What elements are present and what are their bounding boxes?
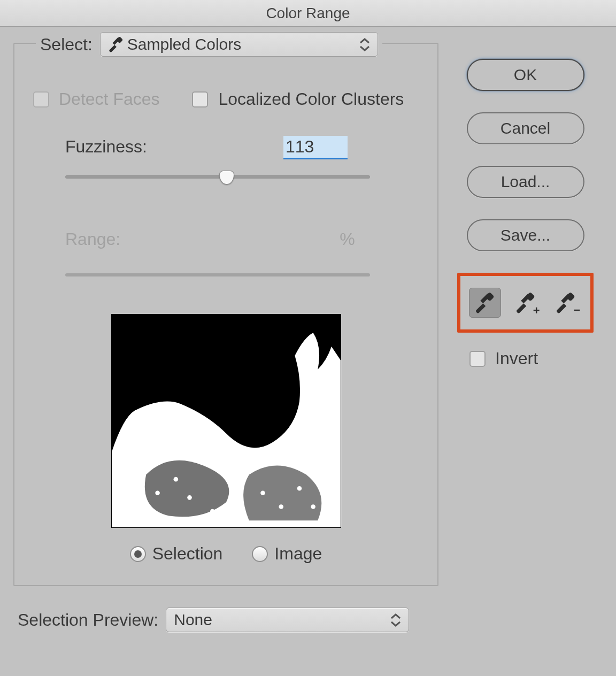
select-label: Select: [40, 35, 93, 55]
localized-checkbox[interactable] [192, 91, 208, 107]
range-label: Range: [65, 229, 120, 249]
svg-point-4 [187, 495, 192, 500]
select-dropdown[interactable]: Sampled Colors [100, 32, 378, 57]
chevrons-icon [359, 38, 370, 52]
eyedropper-icon [108, 36, 124, 52]
range-slider [65, 273, 370, 276]
svg-point-6 [260, 491, 265, 496]
svg-point-5 [210, 509, 215, 514]
svg-point-3 [173, 477, 178, 482]
minus-badge: – [574, 303, 580, 317]
ok-button[interactable]: OK [467, 59, 584, 91]
eyedropper-toolbar: + – [457, 273, 594, 333]
detect-faces-checkbox [33, 91, 49, 107]
dialog-title: Color Range [0, 0, 616, 27]
image-radio[interactable] [252, 546, 268, 562]
cancel-button[interactable]: Cancel [467, 112, 584, 144]
fuzziness-label: Fuzziness: [65, 137, 147, 157]
select-row: Select: Sampled Colors [36, 32, 382, 57]
preview-mode-radios: Selection Image [33, 544, 419, 564]
invert-label: Invert [495, 349, 538, 368]
selection-radio[interactable] [130, 546, 146, 562]
svg-point-8 [297, 486, 302, 491]
selection-preview-image [111, 314, 341, 528]
eyedropper-subtract-tool[interactable]: – [550, 288, 582, 318]
range-unit: % [340, 229, 355, 249]
slider-thumb[interactable] [219, 171, 234, 185]
select-value: Sampled Colors [127, 35, 241, 53]
fuzziness-input[interactable] [283, 136, 348, 159]
selection-preview-value: None [174, 611, 212, 629]
invert-checkbox[interactable] [469, 351, 486, 367]
title-text: Color Range [266, 5, 350, 22]
svg-point-9 [311, 504, 315, 509]
selection-preview-dropdown[interactable]: None [166, 608, 409, 632]
eyedropper-tool[interactable] [469, 288, 501, 318]
options-group: Select: Sampled Colors Detect Faces Loca… [13, 43, 438, 586]
svg-point-7 [279, 504, 283, 509]
selection-radio-label: Selection [152, 544, 223, 564]
slider-track [65, 175, 370, 179]
eyedropper-icon [474, 292, 496, 313]
plus-badge: + [533, 304, 540, 318]
localized-label: Localized Color Clusters [219, 89, 404, 109]
chevrons-icon [390, 613, 401, 627]
save-button[interactable]: Save... [467, 219, 584, 251]
detect-faces-label: Detect Faces [59, 89, 160, 109]
svg-point-2 [155, 491, 160, 496]
load-button[interactable]: Load... [467, 166, 584, 198]
image-radio-label: Image [274, 544, 322, 564]
fuzziness-slider[interactable] [65, 175, 370, 179]
eyedropper-add-tool[interactable]: + [510, 288, 542, 318]
selection-preview-label: Selection Preview: [18, 610, 158, 630]
